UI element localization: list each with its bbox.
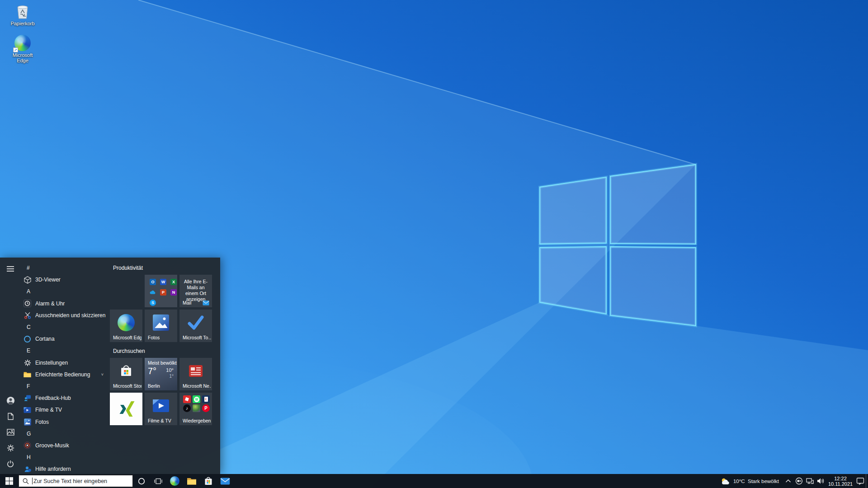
start-app-3d-viewer[interactable]: 3D-Viewer — [21, 274, 109, 286]
tile-label: Microsoft Edge — [113, 335, 142, 340]
action-center-button[interactable] — [855, 474, 865, 488]
edge-icon: ➚ — [14, 34, 31, 52]
word-icon: W — [160, 279, 166, 285]
start-letter-hash[interactable]: # — [21, 262, 109, 274]
taskbar-store-button[interactable] — [200, 474, 217, 488]
taskbar-search-box[interactable]: Zur Suche Text hier eingeben — [19, 475, 133, 487]
start-power-button[interactable] — [0, 457, 21, 470]
search-placeholder-text: Zur Suche Text hier eingeben — [33, 478, 107, 484]
tray-weather-widget[interactable]: 10°C Stark bewölkt — [717, 474, 783, 488]
edge-icon — [118, 314, 135, 331]
spotify-icon — [193, 395, 200, 403]
app-label: Filme & TV — [35, 407, 62, 413]
tile-microsoft-edge[interactable]: Microsoft Edge — [110, 310, 142, 342]
tile-group-durchsuchen: Durchsuchen Microsoft Store Meist bewölk… — [109, 347, 220, 425]
app-label: Cortana — [35, 336, 55, 342]
gear-icon — [24, 359, 31, 366]
start-app-fotos[interactable]: Fotos — [21, 416, 109, 427]
start-app-cortana[interactable]: Cortana — [21, 333, 109, 345]
screen: Papierkorb ➚ Microsoft Edge — [0, 0, 868, 488]
mail-icon — [220, 478, 230, 485]
photos-icon — [24, 418, 31, 426]
tile-group-produktivitaet: Produktivität O W X P N S — [109, 264, 220, 342]
start-app-snip-sketch[interactable]: Ausschneiden und skizzieren — [21, 310, 109, 321]
onenote-icon: N — [170, 289, 177, 296]
onedrive-icon — [150, 289, 156, 296]
start-letter-c[interactable]: C — [21, 321, 109, 333]
solitaire-icon: K — [202, 395, 210, 403]
desktop-icon-recycle-bin[interactable]: Papierkorb — [6, 3, 39, 26]
start-app-groove-musik[interactable]: Groove-Musik — [21, 440, 109, 451]
tile-xing[interactable] — [110, 393, 142, 425]
excel-icon: X — [170, 279, 177, 285]
tile-microsoft-store[interactable]: Microsoft Store — [110, 358, 142, 390]
app-label: Groove-Musik — [35, 442, 69, 449]
app-label: Erleichterte Bedienung — [35, 371, 90, 378]
start-pictures-button[interactable] — [0, 425, 21, 439]
app-label: Alarm & Uhr — [35, 300, 65, 307]
tile-filme-tv[interactable]: Filme & TV — [145, 393, 177, 425]
app-label: Einstellungen — [35, 360, 68, 366]
taskbar-file-explorer-button[interactable] — [183, 474, 200, 488]
tile-label: Microsoft Ne… — [183, 383, 211, 389]
tile-wetter[interactable]: Meist bewölkt 7° 10° 1° Berlin — [145, 358, 177, 390]
start-settings-button[interactable] — [0, 441, 21, 455]
start-letter-f[interactable]: F — [21, 380, 109, 392]
file-explorer-icon — [187, 477, 197, 485]
outlook-icon: O — [150, 279, 156, 285]
tile-group-title[interactable]: Durchsuchen — [113, 347, 220, 355]
taskbar-cortana-button[interactable] — [133, 474, 150, 488]
tile-mail[interactable]: Alle Ihre E-Mails an einem Ort anzeigen … — [179, 275, 212, 307]
start-app-hilfe-anfordern[interactable]: Hilfe anfordern — [21, 463, 109, 474]
tile-microsoft-todo[interactable]: Microsoft To… — [179, 310, 212, 342]
start-button[interactable] — [0, 474, 19, 488]
start-letter-a[interactable]: A — [21, 286, 109, 297]
tile-microsoft-news[interactable]: Microsoft Ne… — [179, 358, 212, 390]
store-icon — [118, 363, 134, 379]
start-app-einstellungen[interactable]: Einstellungen — [21, 357, 109, 369]
weather-condition: Meist bewölkt — [148, 360, 177, 366]
system-tray: 10°C Stark bewölkt 12:22 10.11.2021 — [717, 474, 868, 488]
start-letter-e[interactable]: E — [21, 345, 109, 357]
start-app-filme-tv[interactable]: Filme & TV — [21, 404, 109, 416]
tray-meet-now-button[interactable] — [794, 474, 804, 488]
speaker-icon — [817, 478, 825, 484]
tile-wiedergeben-folder[interactable]: K ♪ P Wiedergeben — [179, 393, 212, 425]
weather-temperature: 7° — [148, 366, 156, 376]
tray-time: 12:22 — [827, 476, 854, 481]
shortcut-arrow-icon: ➚ — [13, 47, 18, 52]
feedback-hub-icon — [24, 394, 31, 402]
tray-clock[interactable]: 12:22 10.11.2021 — [826, 476, 855, 487]
start-app-alarm-uhr[interactable]: Alarm & Uhr — [21, 298, 109, 310]
start-hamburger-button[interactable] — [0, 262, 21, 276]
start-letter-g[interactable]: G — [21, 428, 109, 440]
start-app-erleichterte-bedienung[interactable]: Erleichterte Bedienung ˅ — [21, 369, 109, 380]
tray-chevron-up-button[interactable] — [783, 474, 793, 488]
start-app-list: # 3D-Viewer A Alarm & Uhr Ausschneiden u… — [21, 258, 109, 474]
scissors-icon — [24, 311, 31, 319]
taskbar-edge-button[interactable] — [166, 474, 183, 488]
movies-tv-icon — [24, 406, 31, 414]
desktop-icon-microsoft-edge[interactable]: ➚ Microsoft Edge — [6, 34, 39, 63]
start-app-feedback-hub[interactable]: Feedback-Hub — [21, 392, 109, 404]
tile-fotos[interactable]: Fotos — [145, 310, 177, 342]
start-user-button[interactable] — [0, 394, 21, 407]
powerpoint-icon: P — [160, 289, 166, 296]
cortana-icon — [24, 335, 31, 343]
weather-low: 1° — [169, 374, 174, 379]
start-documents-button[interactable] — [0, 409, 21, 423]
tray-network-button[interactable] — [805, 474, 815, 488]
weather-city: Berlin — [148, 383, 160, 389]
taskbar-mail-button[interactable] — [217, 474, 233, 488]
taskbar-task-view-button[interactable] — [150, 474, 166, 488]
gear-icon — [7, 444, 14, 452]
mail-promo-text: Alle Ihre E-Mails an einem Ort anzeigen — [179, 275, 212, 302]
start-letter-h[interactable]: H — [21, 451, 109, 463]
tray-volume-button[interactable] — [816, 474, 826, 488]
show-desktop-button[interactable] — [866, 474, 868, 488]
app-label: Hilfe anfordern — [35, 466, 71, 472]
photos-icon — [152, 314, 170, 331]
tile-office-folder[interactable]: O W X P N S — [145, 275, 177, 307]
tile-label: Wiedergeben — [183, 418, 211, 423]
tile-group-title[interactable]: Produktivität — [113, 264, 220, 272]
